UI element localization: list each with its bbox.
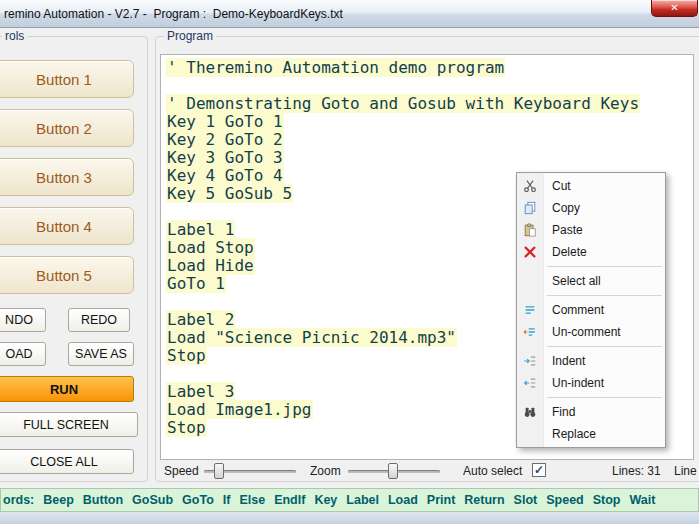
menu-item-select-all[interactable]: Select all bbox=[517, 270, 665, 292]
code-text: Stop bbox=[166, 346, 207, 365]
zoom-slider-thumb[interactable] bbox=[388, 463, 398, 479]
keywords-prefix: ords: bbox=[3, 493, 34, 507]
speed-label: Speed bbox=[164, 464, 199, 478]
menu-item-cut[interactable]: Cut bbox=[517, 175, 665, 197]
menu-item-label: Un-indent bbox=[543, 376, 604, 390]
menu-separator bbox=[547, 397, 662, 398]
keywords-bar: ords: BeepButtonGoSubGoToIfElseEndIfKeyL… bbox=[0, 488, 699, 512]
uncomment-icon bbox=[517, 325, 543, 339]
code-text: Key 4 GoTo 4 bbox=[166, 166, 284, 185]
code-text: Load Image1.jpg bbox=[166, 400, 313, 419]
menu-item-label: Paste bbox=[543, 223, 583, 237]
keywords-list: BeepButtonGoSubGoToIfElseEndIfKeyLabelLo… bbox=[34, 493, 655, 507]
comment-icon bbox=[517, 303, 543, 317]
keyword: GoSub bbox=[132, 493, 173, 507]
menu-item-indent[interactable]: Indent bbox=[517, 350, 665, 372]
scissors-icon bbox=[517, 179, 543, 193]
load-button[interactable]: OAD bbox=[0, 342, 46, 366]
code-line[interactable] bbox=[166, 77, 693, 95]
speed-slider-thumb[interactable] bbox=[214, 463, 224, 479]
code-text: Key 3 GoTo 3 bbox=[166, 148, 284, 167]
unindent-icon bbox=[517, 376, 543, 390]
code-text: GoTo 1 bbox=[166, 274, 226, 293]
auto-select-checkbox[interactable]: ✓ bbox=[532, 463, 546, 477]
keyword: GoTo bbox=[182, 493, 214, 507]
keyword: Print bbox=[427, 493, 455, 507]
menu-item-label: Copy bbox=[543, 201, 580, 215]
full-screen-button[interactable]: FULL SCREEN bbox=[0, 412, 138, 437]
menu-item-label: Comment bbox=[543, 303, 604, 317]
menu-item-replace[interactable]: Replace bbox=[517, 423, 665, 445]
keyword: If bbox=[223, 493, 231, 507]
redo-button[interactable]: REDO bbox=[68, 308, 130, 332]
button-5[interactable]: Button 5 bbox=[0, 256, 134, 294]
code-text: Label 2 bbox=[166, 310, 235, 329]
keyword: Beep bbox=[43, 493, 74, 507]
keyword: Else bbox=[239, 493, 265, 507]
keyword: Slot bbox=[514, 493, 538, 507]
button-3[interactable]: Button 3 bbox=[0, 158, 134, 196]
menu-item-label: Find bbox=[543, 405, 575, 419]
editor-footer: Speed Zoom Auto select ✓ Lines: 31 Line bbox=[160, 462, 694, 480]
code-line[interactable]: ' Demonstrating Goto and Gosub with Keyb… bbox=[166, 95, 693, 113]
code-text: Stop bbox=[166, 418, 207, 437]
keyword: Wait bbox=[630, 493, 656, 507]
menu-separator bbox=[547, 295, 662, 296]
window-title: remino Automation - V2.7 - Program : Dem… bbox=[4, 7, 343, 21]
button-1[interactable]: Button 1 bbox=[0, 60, 134, 98]
delete-icon bbox=[517, 245, 543, 259]
code-text: Label 3 bbox=[166, 382, 235, 401]
auto-select-label: Auto select bbox=[463, 464, 522, 478]
menu-item-paste[interactable]: Paste bbox=[517, 219, 665, 241]
button-2[interactable]: Button 2 bbox=[0, 109, 134, 147]
code-text: Key 5 GoSub 5 bbox=[166, 184, 293, 203]
code-line[interactable]: Key 2 GoTo 2 bbox=[166, 131, 693, 149]
menu-item-label: Indent bbox=[543, 354, 585, 368]
menu-separator bbox=[547, 346, 662, 347]
context-menu: CutCopyPasteDeleteSelect allCommentUn-co… bbox=[516, 172, 666, 448]
close-button[interactable]: ✕ bbox=[651, 0, 698, 17]
lines-count: Lines: 31 bbox=[612, 464, 661, 478]
code-text: Label 1 bbox=[166, 220, 235, 239]
find-icon bbox=[517, 405, 543, 419]
menu-item-label: Un-comment bbox=[543, 325, 621, 339]
code-text: Key 2 GoTo 2 bbox=[166, 130, 284, 149]
menu-item-delete[interactable]: Delete bbox=[517, 241, 665, 263]
menu-item-comment[interactable]: Comment bbox=[517, 299, 665, 321]
copy-icon bbox=[517, 201, 543, 215]
code-line[interactable]: Key 1 GoTo 1 bbox=[166, 113, 693, 131]
window-bottom-frame bbox=[0, 512, 699, 524]
close-icon: ✕ bbox=[670, 2, 678, 13]
program-panel-label: Program bbox=[164, 29, 216, 43]
code-line[interactable]: ' Theremino Automation demo program bbox=[166, 59, 693, 77]
code-text: ' Theremino Automation demo program bbox=[166, 58, 505, 77]
menu-item-find[interactable]: Find bbox=[517, 401, 665, 423]
save-as-button[interactable]: SAVE AS bbox=[68, 342, 134, 366]
keyword: Key bbox=[314, 493, 337, 507]
paste-icon bbox=[517, 223, 543, 237]
keyword: Speed bbox=[546, 493, 584, 507]
menu-item-un-indent[interactable]: Un-indent bbox=[517, 372, 665, 394]
titlebar[interactable]: remino Automation - V2.7 - Program : Dem… bbox=[0, 0, 699, 28]
menu-item-un-comment[interactable]: Un-comment bbox=[517, 321, 665, 343]
zoom-slider[interactable] bbox=[348, 463, 440, 479]
indent-icon bbox=[517, 354, 543, 368]
run-button[interactable]: RUN bbox=[0, 376, 134, 402]
undo-button[interactable]: NDO bbox=[0, 308, 46, 332]
line-indicator: Line bbox=[674, 464, 697, 478]
menu-separator bbox=[547, 266, 662, 267]
code-text: Key 1 GoTo 1 bbox=[166, 112, 284, 131]
zoom-label: Zoom bbox=[310, 464, 341, 478]
code-text: Load Stop bbox=[166, 238, 255, 257]
menu-item-label: Cut bbox=[543, 179, 571, 193]
button-4[interactable]: Button 4 bbox=[0, 207, 134, 245]
controls-panel-label: rols bbox=[2, 29, 27, 43]
keyword: EndIf bbox=[274, 493, 305, 507]
menu-item-label: Replace bbox=[543, 427, 596, 441]
speed-slider[interactable] bbox=[204, 463, 296, 479]
keyword: Load bbox=[388, 493, 418, 507]
code-line[interactable]: Key 3 GoTo 3 bbox=[166, 149, 693, 167]
menu-item-copy[interactable]: Copy bbox=[517, 197, 665, 219]
code-text: Load Hide bbox=[166, 256, 255, 275]
close-all-button[interactable]: CLOSE ALL bbox=[0, 449, 134, 474]
